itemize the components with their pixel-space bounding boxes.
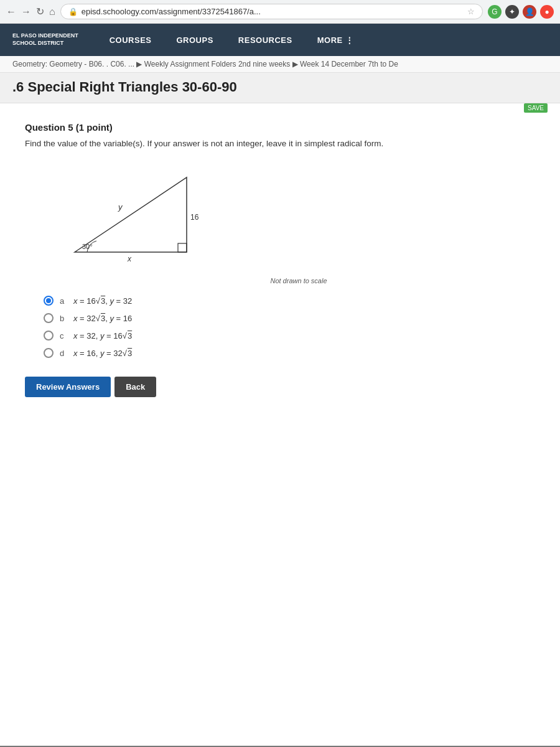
alert-icon[interactable]: ●	[540, 5, 554, 19]
bookmark-icon[interactable]: ☆	[467, 7, 475, 16]
page-title: .6 Special Right Triangles 30-60-90	[12, 79, 548, 95]
content-area: SAVE Question 5 (1 point) Find the value…	[0, 103, 560, 664]
page-title-bar: .6 Special Right Triangles 30-60-90	[0, 73, 560, 103]
choice-c-letter: c	[60, 331, 67, 341]
answer-choices: a x = 16√3, y = 32 b x = 32√3, y = 16 c …	[44, 296, 535, 358]
radio-d[interactable]	[44, 348, 54, 358]
browser-bar: ← → ↻ ⌂ 🔒 episd.schoology.com/assignment…	[0, 0, 560, 24]
choice-d-letter: d	[60, 349, 67, 358]
choice-b-text: x = 32√3, y = 16	[73, 314, 132, 323]
radio-a-inner	[46, 298, 51, 303]
svg-text:y: y	[118, 202, 123, 212]
app-container: EL PASO INDEPENDENT SCHOOL DISTRICT COUR…	[0, 24, 560, 746]
radio-b[interactable]	[44, 313, 54, 323]
choice-d[interactable]: d x = 16, y = 32√3	[44, 348, 535, 358]
home-button[interactable]: ⌂	[49, 6, 55, 17]
nav-courses[interactable]: COURSES	[97, 24, 164, 56]
breadcrumb: Geometry: Geometry - B06. . C06. ... ▶ W…	[0, 56, 560, 73]
button-row: Review Answers Back	[25, 377, 535, 397]
nav-resources[interactable]: RESOURCES	[226, 24, 305, 56]
choice-a-text: x = 16√3, y = 32	[73, 296, 132, 306]
question-header: Question 5 (1 point)	[25, 122, 535, 133]
save-indicator: SAVE	[524, 103, 548, 113]
not-drawn-label: Not drawn to scale	[62, 277, 535, 284]
forward-button[interactable]: →	[21, 6, 31, 17]
nav-links: COURSES GROUPS RESOURCES MORE ⋮	[97, 24, 366, 56]
school-logo: EL PASO INDEPENDENT SCHOOL DISTRICT	[12, 32, 78, 47]
choice-c-text: x = 32, y = 16√3	[73, 331, 132, 341]
refresh-button[interactable]: ↻	[36, 6, 44, 17]
triangle-diagram: y 16 30° x	[62, 165, 212, 265]
choice-a-letter: a	[60, 296, 67, 306]
url-text: episd.schoology.com/assignment/337254186…	[82, 7, 464, 16]
nav-more[interactable]: MORE ⋮	[305, 24, 366, 56]
nav-groups[interactable]: GROUPS	[164, 24, 225, 56]
review-answers-button[interactable]: Review Answers	[25, 377, 111, 397]
svg-text:x: x	[127, 255, 132, 263]
choice-d-text: x = 16, y = 32√3	[73, 349, 132, 358]
user-icon[interactable]: 👤	[523, 5, 536, 19]
extension-icon[interactable]: ✦	[505, 5, 519, 19]
svg-rect-1	[178, 243, 187, 252]
lock-icon: 🔒	[68, 7, 78, 16]
radio-c[interactable]	[44, 331, 54, 341]
question-instruction: Find the value of the variable(s). If yo…	[25, 138, 535, 150]
svg-text:16: 16	[190, 213, 199, 222]
radio-a[interactable]	[44, 296, 54, 306]
top-nav: EL PASO INDEPENDENT SCHOOL DISTRICT COUR…	[0, 24, 560, 56]
google-icon[interactable]: G	[488, 5, 502, 19]
svg-marker-0	[75, 177, 187, 252]
back-button-main[interactable]: Back	[114, 377, 156, 397]
choice-b[interactable]: b x = 32√3, y = 16	[44, 313, 535, 323]
choice-a[interactable]: a x = 16√3, y = 32	[44, 296, 535, 306]
back-button[interactable]: ←	[6, 6, 16, 17]
address-bar[interactable]: 🔒 episd.schoology.com/assignment/3372541…	[60, 4, 483, 19]
choice-b-letter: b	[60, 314, 67, 323]
browser-icons: G ✦ 👤 ●	[488, 5, 554, 19]
choice-c[interactable]: c x = 32, y = 16√3	[44, 331, 535, 341]
